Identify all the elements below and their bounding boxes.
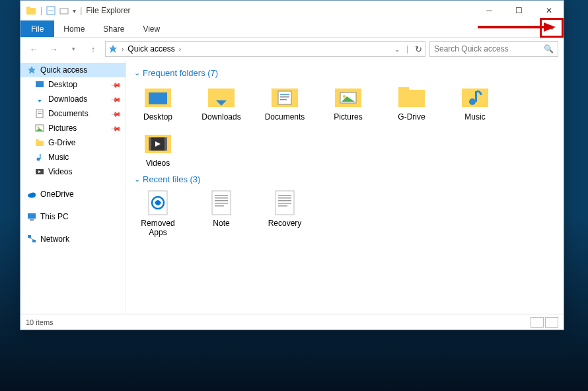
status-bar: 10 items [20,314,564,330]
file-item[interactable]: Recovery [261,190,309,237]
navigation-pane: Quick access Desktop 📌 Downloads 📌 Docum… [20,60,126,314]
svg-rect-27 [28,235,31,238]
back-button[interactable]: ← [26,41,42,57]
chevron-down-icon: ⌄ [134,69,140,77]
qat-newfolder-icon[interactable] [59,6,69,15]
section-recent-files[interactable]: ⌄ Recent files (3) [134,174,556,184]
tab-share[interactable]: Share [94,20,133,37]
documents-icon [35,109,44,118]
svg-rect-1 [26,7,30,9]
search-icon: 🔍 [544,44,554,53]
svg-rect-63 [278,197,291,199]
videos-icon [35,167,44,176]
sidebar-item-label: Documents [48,109,89,118]
sidebar-item-gdrive[interactable]: G-Drive [20,135,126,150]
folder-item[interactable]: G-Drive [388,83,435,122]
sidebar-item-label: Music [48,153,69,162]
qat-properties-icon[interactable] [46,6,55,15]
item-count: 10 items [26,318,54,326]
section-frequent-folders[interactable]: ⌄ Frequent folders (7) [134,68,556,78]
svg-rect-60 [215,205,224,207]
breadcrumb-root[interactable]: Quick access [128,44,174,53]
svg-rect-13 [38,113,42,114]
sidebar-item-label: Downloads [48,94,87,104]
sidebar-item-network[interactable]: Network [20,232,126,246]
svg-rect-25 [28,213,36,219]
svg-rect-56 [215,195,228,196]
pin-icon: 📌 [111,108,122,119]
svg-point-41 [343,95,346,98]
forward-button[interactable]: → [46,41,61,57]
content-pane: ⌄ Frequent folders (7) Desktop Downloads… [126,60,564,314]
folder-item[interactable]: Documents [261,83,309,122]
minimize-button[interactable]: ─ [474,1,504,20]
annotation-arrow [478,20,557,34]
search-placeholder: Search Quick access [434,44,509,53]
tab-view[interactable]: View [133,20,169,37]
app-icon [26,5,36,16]
svg-rect-50 [149,137,151,151]
address-dropdown-icon[interactable]: ⌄ [394,46,400,53]
title-bar: | ▾ | File Explorer ─ ☐ ✕ [20,1,564,20]
view-details-button[interactable] [531,317,544,328]
sidebar-item-desktop[interactable]: Desktop 📌 [20,77,126,92]
search-input[interactable]: Search Quick access 🔍 [429,41,558,57]
file-item[interactable]: Removed Apps [134,190,182,237]
svg-rect-64 [278,200,291,201]
svg-rect-36 [280,94,289,95]
sidebar-item-label: Pictures [48,124,77,133]
svg-point-46 [469,98,476,105]
svg-marker-10 [38,96,42,102]
tab-home[interactable]: Home [54,20,94,37]
sidebar-item-documents[interactable]: Documents 📌 [20,106,126,121]
folder-item[interactable]: Pictures [324,83,372,122]
svg-rect-17 [36,141,44,146]
svg-marker-8 [28,66,36,74]
sidebar-item-onedrive[interactable]: OneDrive [20,187,126,201]
qat-dropdown-icon[interactable]: ▾ [73,7,76,15]
folder-item[interactable]: Desktop [134,83,182,122]
svg-rect-66 [278,205,287,207]
file-item[interactable]: Note [198,190,245,237]
folder-item[interactable]: Music [451,83,499,122]
sidebar-item-music[interactable]: Music [20,150,126,164]
maximize-button[interactable]: ☐ [504,1,534,20]
folder-item[interactable]: Videos [134,129,182,168]
view-icons-button[interactable] [545,317,558,328]
sidebar-item-quick-access[interactable]: Quick access [20,63,126,77]
sidebar-item-label: G-Drive [48,138,75,147]
tab-file[interactable]: File [20,20,54,37]
refresh-icon[interactable]: ↻ [415,44,422,54]
sidebar-item-videos[interactable]: Videos [20,164,126,179]
sidebar-item-pictures[interactable]: Pictures 📌 [20,121,126,135]
address-bar[interactable]: › Quick access › ⌄ | ↻ [105,41,425,57]
thispc-icon [27,212,36,221]
nav-bar: ← → ▾ ↑ › Quick access › ⌄ | ↻ Search Qu… [20,38,564,60]
pin-icon: 📌 [111,79,122,90]
folder-icon [35,138,44,147]
svg-rect-57 [215,197,228,199]
svg-rect-3 [48,11,54,11]
sidebar-item-downloads[interactable]: Downloads 📌 [20,92,126,106]
svg-rect-4 [60,9,68,14]
svg-marker-6 [544,22,556,32]
recent-locations-button[interactable]: ▾ [65,41,81,57]
network-icon [27,234,36,244]
svg-rect-28 [32,240,36,242]
window-title: File Explorer [86,6,130,15]
chevron-right-icon: › [179,46,181,53]
svg-rect-47 [475,91,477,102]
svg-rect-26 [30,219,34,221]
svg-rect-37 [280,96,289,98]
svg-rect-51 [165,137,167,151]
chevron-down-icon: ⌄ [134,175,140,184]
desktop-icon [35,80,44,89]
folder-item[interactable]: Downloads [198,83,245,122]
svg-rect-12 [38,112,42,112]
sidebar-item-thispc[interactable]: This PC [20,209,126,224]
up-button[interactable]: ↑ [85,41,101,57]
sidebar-item-label: OneDrive [40,190,74,199]
svg-rect-38 [280,99,287,100]
sidebar-item-label: Videos [48,167,72,176]
chevron-right-icon: › [122,46,124,53]
